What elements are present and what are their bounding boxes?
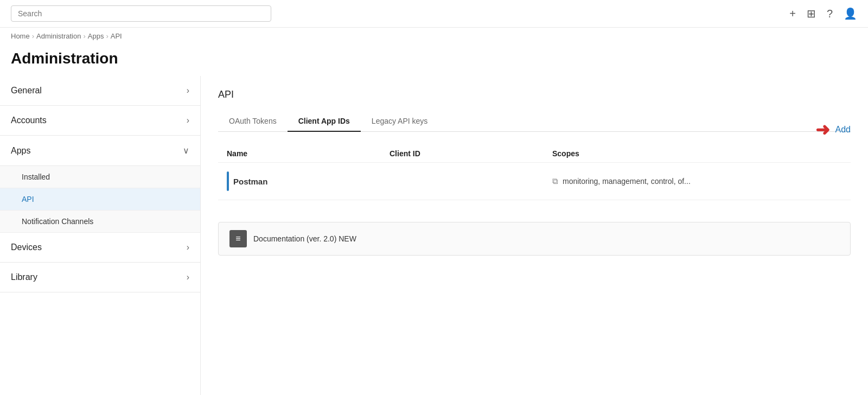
add-icon[interactable]: +: [789, 8, 796, 20]
main-content: API OAuth Tokens Client App IDs Legacy A…: [201, 76, 868, 395]
sidebar-sub-item-installed[interactable]: Installed: [0, 166, 200, 188]
page-title: Administration: [0, 44, 868, 76]
row-name-cell: Postman: [227, 171, 390, 191]
chevron-apps-icon: ∨: [183, 145, 189, 156]
sidebar-item-apps[interactable]: Apps ∨: [0, 136, 200, 166]
tabs: OAuth Tokens Client App IDs Legacy API k…: [218, 111, 851, 132]
chevron-accounts-icon: ›: [187, 116, 189, 125]
tab-oauth-tokens[interactable]: OAuth Tokens: [218, 111, 288, 132]
doc-footer-text: Documentation (ver. 2.0) NEW: [253, 234, 356, 243]
search-box[interactable]: [11, 5, 271, 22]
table-header: Name Client ID Scopes: [218, 145, 851, 163]
section-title: API: [218, 89, 851, 100]
search-input[interactable]: [18, 9, 264, 18]
tab-legacy-api-keys[interactable]: Legacy API keys: [361, 111, 439, 132]
sidebar-sub-apps: Installed API Notification Channels: [0, 166, 200, 233]
breadcrumb-administration[interactable]: Administration: [36, 32, 81, 40]
tab-client-app-ids[interactable]: Client App IDs: [288, 111, 361, 132]
sidebar: General › Accounts › Apps ∨ Installed AP…: [0, 76, 201, 395]
sidebar-item-library-label: Library: [11, 272, 37, 282]
breadcrumb: Home › Administration › Apps › API: [0, 28, 868, 44]
sidebar-item-accounts[interactable]: Accounts ›: [0, 106, 200, 136]
add-button[interactable]: Add: [835, 125, 851, 135]
breadcrumb-sep-2: ›: [83, 32, 85, 40]
row-scopes-cell: ⧉ monitoring, management, control, of...: [552, 176, 842, 186]
sidebar-item-devices[interactable]: Devices ›: [0, 233, 200, 263]
sidebar-item-general[interactable]: General ›: [0, 76, 200, 106]
copy-icon[interactable]: ⧉: [552, 176, 558, 186]
sidebar-sub-item-api[interactable]: API: [0, 188, 200, 211]
grid-icon[interactable]: ⊞: [807, 7, 816, 20]
col-header-name: Name: [227, 149, 390, 158]
col-header-scopes: Scopes: [552, 149, 842, 158]
breadcrumb-sep-1: ›: [32, 32, 34, 40]
chevron-library-icon: ›: [187, 272, 189, 282]
col-header-client-id: Client ID: [390, 149, 552, 158]
doc-icon: ≡: [229, 230, 247, 247]
chevron-devices-icon: ›: [187, 243, 189, 252]
row-name-label: Postman: [233, 177, 267, 186]
breadcrumb-api[interactable]: API: [111, 32, 122, 40]
add-area: ➜ Add: [815, 119, 851, 140]
chevron-general-icon: ›: [187, 86, 189, 95]
row-scopes-label: monitoring, management, control, of...: [563, 177, 691, 186]
sidebar-item-devices-label: Devices: [11, 243, 42, 252]
sidebar-item-accounts-label: Accounts: [11, 116, 47, 125]
topbar-actions: + ⊞ ? 👤: [789, 7, 857, 20]
sidebar-item-general-label: General: [11, 86, 42, 95]
blue-bar-indicator: [227, 171, 229, 191]
topbar: + ⊞ ? 👤: [0, 0, 868, 28]
sidebar-item-library[interactable]: Library ›: [0, 263, 200, 292]
table-row: Postman ⧉ monitoring, management, contro…: [218, 163, 851, 200]
layout: General › Accounts › Apps ∨ Installed AP…: [0, 76, 868, 395]
breadcrumb-home[interactable]: Home: [11, 32, 30, 40]
breadcrumb-sep-3: ›: [106, 32, 108, 40]
doc-footer[interactable]: ≡ Documentation (ver. 2.0) NEW: [218, 222, 851, 256]
sidebar-item-apps-label: Apps: [11, 146, 30, 156]
arrow-right-icon: ➜: [815, 119, 830, 140]
breadcrumb-apps[interactable]: Apps: [88, 32, 104, 40]
user-icon[interactable]: 👤: [844, 7, 857, 20]
sidebar-sub-item-notification-channels[interactable]: Notification Channels: [0, 211, 200, 233]
help-icon[interactable]: ?: [827, 8, 833, 20]
